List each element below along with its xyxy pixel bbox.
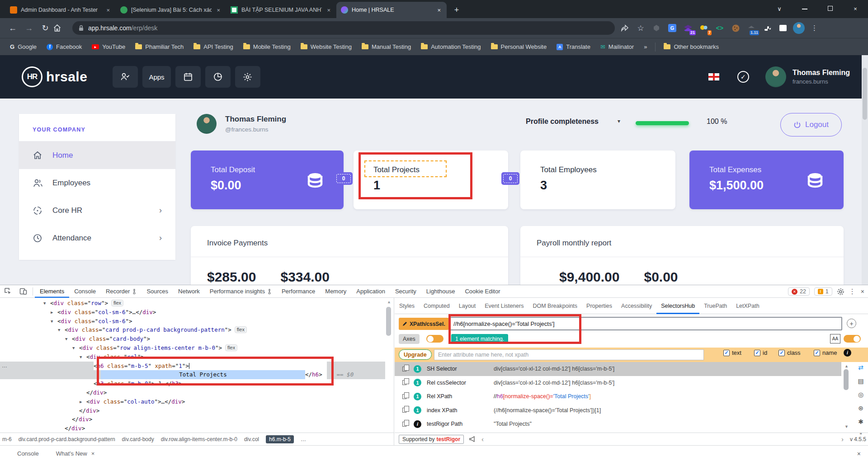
- devtools-tab-lighthouse[interactable]: Lighthouse: [421, 285, 460, 298]
- stack-extension-icon[interactable]: 21: [682, 22, 694, 34]
- inspect-element-icon[interactable]: [0, 287, 15, 295]
- tab-close-icon[interactable]: ×: [326, 7, 332, 14]
- dom-tree-line[interactable]: </div>: [0, 388, 385, 397]
- xpath-css-label[interactable]: XPath/cssSel.: [399, 318, 449, 330]
- results-scrollbar-thumb[interactable]: [844, 369, 849, 390]
- bookmark-item[interactable]: API Testing: [193, 43, 233, 50]
- bookmarks-overflow-icon[interactable]: »: [644, 43, 647, 50]
- bookmark-item[interactable]: fFacebook: [47, 43, 82, 50]
- dom-tree-line[interactable]: ▼<div class="card-body">: [0, 334, 385, 343]
- hrsale-logo[interactable]: HR hrsale: [22, 66, 87, 87]
- bookmark-item[interactable]: GGoogle: [10, 43, 37, 50]
- supported-by-badge[interactable]: Supported by testRigor: [399, 435, 464, 444]
- upgrade-button[interactable]: Upgrade: [399, 349, 432, 360]
- side-tab-selectorshub[interactable]: SelectorsHub: [656, 298, 699, 314]
- dom-tree-line[interactable]: ▼<div class="col-sm-6">: [0, 317, 385, 326]
- settings-gear-button[interactable]: [235, 66, 260, 88]
- sidepanel-icon[interactable]: [777, 22, 789, 34]
- header-user-avatar[interactable]: [765, 66, 786, 87]
- dom-tree-line[interactable]: ▼<div class="row align-items-center m-b-…: [0, 343, 385, 353]
- copy-icon[interactable]: [402, 422, 406, 427]
- twisty-icon[interactable]: ▼: [72, 344, 79, 353]
- bookmark-item[interactable]: Manual Testing: [362, 43, 411, 50]
- breadcrumb-item[interactable]: div.card.prod-p-card.background-pattern: [19, 436, 115, 442]
- breadcrumb-item[interactable]: …: [301, 436, 306, 442]
- breadcrumb-item[interactable]: div.row.align-items-center.m-b-0: [161, 436, 237, 442]
- tab-search-icon[interactable]: ∨: [767, 5, 792, 12]
- selector-row-rel-xpath[interactable]: 1Rel XPath//h6[normalize-space()='Total …: [395, 390, 841, 404]
- devtools-tab-performance[interactable]: Performance: [277, 285, 320, 298]
- twisty-icon[interactable]: ▼: [51, 317, 57, 326]
- devtools-tab-network[interactable]: Network: [173, 285, 205, 298]
- collapse-left-icon[interactable]: ‹: [481, 435, 484, 443]
- console-errors-badge[interactable]: ✕ 22: [788, 287, 810, 296]
- results-scroll-down-icon[interactable]: ▼: [844, 424, 849, 429]
- dom-tree-line[interactable]: </div>: [0, 424, 385, 433]
- lightbulb-extension-icon[interactable]: 7: [698, 22, 710, 34]
- side-tab-truepath[interactable]: TruePath: [699, 298, 731, 314]
- close-window-button[interactable]: ×: [843, 5, 868, 12]
- check-circle-icon[interactable]: ✓: [737, 71, 749, 83]
- address-bar[interactable]: app.hrsale.com/erp/desk: [72, 21, 615, 35]
- expand-right-icon[interactable]: ›: [841, 435, 844, 443]
- strip-doc-icon[interactable]: ▤: [858, 377, 863, 385]
- twisty-icon[interactable]: ▼: [65, 335, 72, 344]
- new-tab-button[interactable]: +: [450, 4, 463, 16]
- browser-menu-icon[interactable]: ⋮: [809, 22, 821, 34]
- bookmark-item[interactable]: ✉Mailinator: [600, 43, 634, 50]
- font-size-toggle[interactable]: [844, 335, 861, 343]
- tab-close-icon[interactable]: ×: [436, 7, 442, 14]
- drawer-tab-what-s-new[interactable]: What's New×: [56, 450, 95, 457]
- side-tab-styles[interactable]: Styles: [395, 298, 419, 314]
- browser-tab[interactable]: Admin Dashboard - Anh Tester×: [5, 2, 116, 18]
- side-tab-event-listeners[interactable]: Event Listeners: [480, 298, 528, 314]
- dom-tree-line[interactable]: ▶<div class="col-sm-6">…</div>: [0, 308, 385, 317]
- devtools-tab-elements[interactable]: Elements: [35, 285, 69, 298]
- flex-badge[interactable]: flex: [111, 300, 123, 306]
- dom-tree-line[interactable]: ▼<div class="card prod-p-card background…: [0, 325, 385, 334]
- page-scrollbar-thumb[interactable]: [863, 68, 867, 120]
- checkbox-icon[interactable]: ✓: [778, 350, 785, 356]
- browser-tab[interactable]: BÀI TẬP SELENIUM JAVA ANHTES×: [226, 2, 336, 18]
- devtools-close-icon[interactable]: ×: [861, 288, 864, 295]
- checkbox-icon[interactable]: ✓: [754, 350, 760, 356]
- strip-settings-sliders-icon[interactable]: ⇄: [858, 364, 863, 371]
- device-toolbar-icon[interactable]: [15, 287, 31, 295]
- devtools-tab-sources[interactable]: Sources: [142, 285, 173, 298]
- meter-extension-icon[interactable]: 1.11: [745, 22, 757, 34]
- selector-row-sh-selector[interactable]: 1SH Selectordiv[class='col-xl-12 col-md-…: [395, 362, 841, 376]
- widget-card[interactable]: Payroll monthly report$9,400.00$0.00: [520, 226, 844, 285]
- drawer-close-icon[interactable]: ×: [857, 450, 861, 457]
- chevron-down-icon[interactable]: ▾: [618, 118, 620, 124]
- devtools-tab-performance-insights[interactable]: Performance insights: [205, 285, 277, 298]
- side-tab-accessibility[interactable]: Accessibility: [617, 298, 656, 314]
- flex-badge[interactable]: flex: [235, 326, 247, 333]
- translate-extension-icon[interactable]: G: [666, 22, 678, 34]
- calendar-button[interactable]: [175, 66, 201, 88]
- profile-page-avatar[interactable]: [197, 114, 217, 134]
- node-menu-dots[interactable]: …: [2, 362, 8, 369]
- stat-card-total-expenses[interactable]: Total Expenses$1,500.00: [689, 151, 844, 209]
- share-icon[interactable]: [619, 22, 631, 34]
- drawer-tab-console[interactable]: Console: [17, 450, 39, 457]
- tree-scrollbar-thumb[interactable]: [386, 307, 391, 336]
- results-scroll-up-icon[interactable]: ▲: [844, 364, 849, 368]
- strip-gear-ring-icon[interactable]: ⊛: [858, 405, 863, 412]
- dom-tree-line[interactable]: </div>: [0, 415, 385, 424]
- dom-tree-line[interactable]: </div>: [0, 406, 385, 415]
- axes-toggle[interactable]: [426, 335, 443, 343]
- sidebar-item-employees[interactable]: Employees: [19, 169, 175, 197]
- breadcrumb-item[interactable]: div.card-body: [122, 436, 154, 442]
- user-check-button[interactable]: [113, 66, 138, 88]
- add-selector-icon[interactable]: +: [847, 319, 856, 328]
- tab-close-icon[interactable]: ×: [105, 7, 111, 14]
- side-tab-properties[interactable]: Properties: [582, 298, 617, 314]
- dom-tree-line[interactable]: ▶<div class="col-auto">…</div>: [0, 397, 385, 406]
- copy-icon[interactable]: [402, 380, 406, 385]
- extensions-puzzle-icon[interactable]: [761, 22, 773, 34]
- browser-tab[interactable]: [Selenium Java] Bài 5: Cách xác đ×: [116, 2, 226, 18]
- devtools-settings-icon[interactable]: [837, 288, 844, 296]
- breadcrumb-item[interactable]: div.col: [244, 436, 259, 442]
- devtools-tab-recorder[interactable]: Recorder: [101, 285, 142, 298]
- twisty-icon[interactable]: ▼: [58, 326, 65, 335]
